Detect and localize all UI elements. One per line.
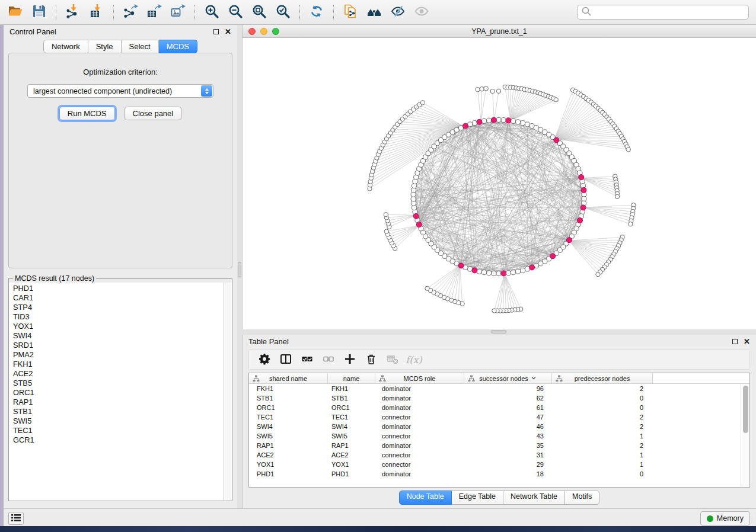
- mcds-result-item[interactable]: SWI5: [13, 416, 224, 426]
- table-row[interactable]: STB1STB1dominator620: [249, 393, 749, 403]
- mcds-hub-node[interactable]: [477, 119, 482, 124]
- mcds-result-item[interactable]: SRD1: [13, 341, 224, 350]
- mcds-hub-node[interactable]: [416, 222, 422, 227]
- mcds-hub-node[interactable]: [580, 205, 586, 210]
- column-header-predecessor-nodes[interactable]: predecessor nodes: [552, 373, 653, 384]
- column-header-name[interactable]: name: [328, 373, 375, 384]
- duplicate-network-button[interactable]: [339, 2, 362, 23]
- network-node[interactable]: [615, 194, 619, 198]
- search-input[interactable]: [591, 8, 748, 17]
- mcds-result-item[interactable]: STP4: [13, 303, 224, 312]
- import-network-button[interactable]: [61, 2, 85, 23]
- network-node[interactable]: [596, 272, 600, 276]
- mcds-hub-node[interactable]: [413, 213, 419, 219]
- column-header-shared-name[interactable]: shared name: [249, 373, 328, 384]
- deselect-all-rows-button[interactable]: [318, 351, 339, 368]
- mcds-result-item[interactable]: PHD1: [13, 284, 224, 293]
- mcds-hub-node[interactable]: [550, 254, 556, 259]
- network-node[interactable]: [384, 213, 388, 217]
- import-table-button[interactable]: [85, 2, 109, 23]
- network-node[interactable]: [425, 286, 429, 290]
- tab-motifs[interactable]: Motifs: [565, 491, 599, 505]
- export-image-button[interactable]: [166, 2, 190, 23]
- table-row[interactable]: SWI4SWI4dominator462: [249, 422, 749, 431]
- mcds-list-scrollbar[interactable]: [224, 283, 232, 501]
- network-node[interactable]: [496, 271, 501, 276]
- network-node[interactable]: [496, 89, 500, 93]
- mcds-result-item[interactable]: ORC1: [13, 388, 224, 398]
- mcds-hub-node[interactable]: [581, 187, 586, 193]
- export-network-button[interactable]: [119, 2, 142, 23]
- network-node[interactable]: [420, 101, 425, 105]
- network-node[interactable]: [626, 148, 630, 152]
- network-node[interactable]: [484, 86, 488, 91]
- scrollbar-thumb[interactable]: [743, 386, 748, 433]
- mcds-hub-node[interactable]: [579, 175, 584, 180]
- add-row-button[interactable]: [339, 351, 361, 368]
- network-node[interactable]: [496, 117, 501, 122]
- table-row[interactable]: ACE2ACE2connector311: [249, 450, 749, 460]
- mcds-hub-node[interactable]: [529, 265, 535, 270]
- network-canvas[interactable]: [243, 38, 756, 329]
- close-panel-button[interactable]: Close panel: [125, 107, 182, 120]
- delete-row-button[interactable]: [361, 351, 382, 368]
- mcds-result-item[interactable]: SWI4: [13, 331, 224, 341]
- mcds-result-item[interactable]: RAP1: [13, 398, 224, 407]
- network-node[interactable]: [521, 121, 525, 126]
- mcds-result-item[interactable]: TID3: [13, 312, 224, 322]
- mcds-hub-node[interactable]: [566, 238, 572, 243]
- mcds-result-item[interactable]: ACE2: [13, 369, 224, 379]
- float-panel-icon[interactable]: [213, 29, 219, 34]
- tab-style[interactable]: Style: [88, 40, 122, 53]
- close-panel-icon[interactable]: ✕: [744, 338, 750, 345]
- network-node[interactable]: [516, 269, 521, 274]
- table-row[interactable]: SWI5SWI5connector431: [249, 431, 749, 441]
- settings-gear-button[interactable]: [254, 351, 275, 368]
- save-button[interactable]: [27, 2, 51, 23]
- function-builder-button[interactable]: f(x): [403, 351, 425, 368]
- mcds-hub-node[interactable]: [462, 123, 468, 129]
- network-node[interactable]: [506, 271, 511, 275]
- mcds-hub-node[interactable]: [554, 137, 559, 143]
- zoom-selected-button[interactable]: [271, 2, 295, 23]
- network-node[interactable]: [481, 270, 486, 275]
- table-row[interactable]: PHD1PHD1dominator180: [249, 469, 749, 479]
- network-node[interactable]: [511, 118, 516, 123]
- task-history-button[interactable]: [8, 512, 24, 525]
- network-node[interactable]: [516, 120, 521, 124]
- mcds-hub-node[interactable]: [501, 271, 506, 276]
- mcds-result-item[interactable]: TEC1: [13, 426, 224, 435]
- column-header-MCDS-role[interactable]: MCDS role: [375, 373, 464, 384]
- network-node[interactable]: [487, 118, 492, 123]
- network-node[interactable]: [384, 229, 388, 233]
- table-row[interactable]: FKH1FKH1dominator962: [249, 384, 749, 393]
- horizontal-splitter[interactable]: [242, 329, 756, 335]
- network-node[interactable]: [476, 88, 480, 92]
- mcds-result-item[interactable]: STB1: [13, 407, 224, 416]
- eye-button[interactable]: [410, 2, 433, 23]
- network-node[interactable]: [480, 87, 484, 91]
- minimize-traffic-light[interactable]: [260, 28, 267, 35]
- tab-node-table[interactable]: Node Table: [399, 491, 452, 505]
- network-node[interactable]: [477, 269, 481, 274]
- zoom-traffic-light[interactable]: [272, 28, 279, 35]
- mcds-result-item[interactable]: STB5: [13, 379, 224, 388]
- splitter-grip[interactable]: [491, 330, 506, 334]
- search-network-button[interactable]: [362, 2, 386, 23]
- table-row[interactable]: RAP1RAP1dominator352: [249, 441, 749, 450]
- mcds-result-item[interactable]: GCR1: [13, 435, 224, 445]
- network-node[interactable]: [481, 118, 486, 123]
- run-mcds-button[interactable]: Run MCDS: [59, 107, 115, 120]
- mcds-hub-node[interactable]: [506, 118, 511, 123]
- search-box[interactable]: [577, 5, 749, 20]
- mcds-hub-node[interactable]: [491, 117, 496, 123]
- open-folder-button[interactable]: [4, 2, 27, 23]
- network-node[interactable]: [487, 271, 492, 275]
- close-panel-icon[interactable]: ✕: [225, 28, 231, 36]
- vertical-splitter[interactable]: [237, 25, 242, 508]
- memory-button[interactable]: Memory: [700, 511, 750, 525]
- zoom-fit-button[interactable]: [247, 2, 271, 23]
- network-node[interactable]: [629, 222, 633, 226]
- network-node[interactable]: [490, 89, 495, 93]
- tab-select[interactable]: Select: [122, 40, 159, 53]
